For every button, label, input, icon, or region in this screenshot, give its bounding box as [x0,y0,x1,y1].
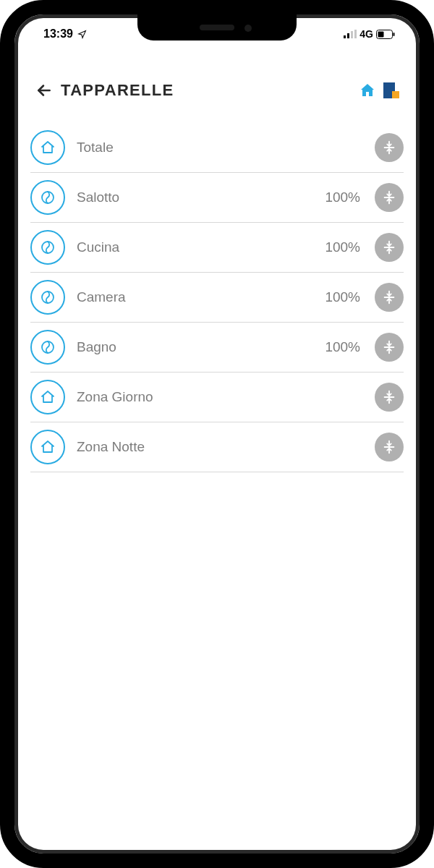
shutter-list: TotaleSalotto100%Cucina100%Camera100%Bag… [19,109,415,472]
house-icon [30,130,65,165]
battery-icon [376,30,395,39]
shutter-icon [30,330,65,365]
list-item[interactable]: Zona Notte [30,422,404,472]
list-item[interactable]: Camera100% [30,273,404,323]
signal-icon [344,30,357,38]
list-item[interactable]: Salotto100% [30,173,404,223]
shutter-icon [30,280,65,315]
row-label: Bagno [77,339,313,355]
row-label: Totale [77,140,363,156]
row-value: 100% [325,339,360,355]
svg-rect-0 [344,35,346,38]
location-icon [77,30,87,39]
svg-rect-1 [347,33,349,38]
header: TAPPARELLE [19,49,415,109]
collapse-button[interactable] [375,233,404,262]
row-label: Camera [77,289,313,305]
house-icon [30,430,65,464]
collapse-button[interactable] [375,283,404,312]
svg-rect-5 [378,31,384,37]
status-time: 13:39 [43,27,73,41]
home-icon[interactable] [359,82,376,99]
network-label: 4G [359,28,373,40]
list-item[interactable]: Zona Giorno [30,373,404,422]
collapse-button[interactable] [375,433,404,461]
row-value: 100% [325,190,360,205]
svg-rect-2 [351,31,353,38]
svg-rect-6 [393,33,395,36]
shutter-icon [30,230,65,265]
list-item[interactable]: Cucina100% [30,223,404,273]
row-value: 100% [325,289,360,305]
row-label: Salotto [77,190,313,205]
brand-logo-icon[interactable] [383,82,399,98]
shutter-icon [30,180,65,215]
collapse-button[interactable] [375,133,404,162]
row-label: Zona Giorno [77,389,363,405]
back-icon[interactable] [35,81,54,100]
row-label: Zona Notte [77,439,363,455]
row-value: 100% [325,239,360,255]
page-title: TAPPARELLE [61,81,174,100]
collapse-button[interactable] [375,333,404,362]
house-icon [30,380,65,414]
svg-rect-3 [354,30,357,38]
collapse-button[interactable] [375,383,404,412]
list-item[interactable]: Bagno100% [30,323,404,373]
row-label: Cucina [77,239,313,255]
list-item[interactable]: Totale [30,123,404,173]
collapse-button[interactable] [375,183,404,212]
